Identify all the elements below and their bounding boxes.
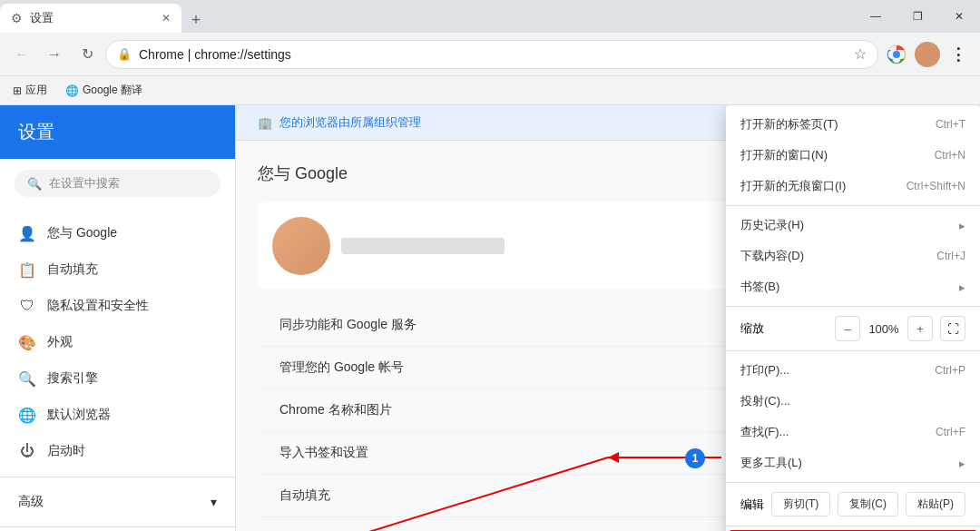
tab-settings-icon: ⚙ (11, 11, 23, 25)
chevron-down-icon: ▾ (211, 495, 217, 509)
cm-divider-4 (726, 482, 980, 483)
sidebar-item-privacy[interactable]: 🛡 隐私设置和安全性 (0, 288, 235, 324)
chrome-icon (886, 44, 907, 65)
sidebar-item-advanced[interactable]: 高级 ▾ (0, 485, 235, 519)
close-button[interactable]: ✕ (938, 0, 980, 33)
minimize-button[interactable]: — (855, 0, 897, 33)
cm-print[interactable]: 打印(P)... Ctrl+P (726, 355, 980, 386)
tab-bar: ⚙ 设置 ✕ + — ❐ ✕ (0, 0, 980, 33)
cm-zoom-buttons: – 100% + ⛶ (835, 316, 965, 341)
cm-copy-button[interactable]: 复制(C) (838, 492, 898, 516)
sidebar-label-autofill: 自动填充 (47, 261, 98, 278)
tab-close-button[interactable]: ✕ (162, 12, 171, 25)
sidebar-item-startup[interactable]: ⏻ 启动时 (0, 433, 235, 469)
cm-incognito[interactable]: 打开新的无痕窗口(I) Ctrl+Shift+N (726, 171, 980, 202)
bookmark-translate[interactable]: 🌐 Google 翻译 (60, 81, 148, 100)
cm-find-shortcut: Ctrl+F (936, 426, 965, 438)
cm-bookmarks-arrow: ▸ (959, 280, 965, 294)
cm-cut-button[interactable]: 剪切(T) (771, 492, 830, 516)
cm-downloads-shortcut: Ctrl+J (936, 250, 965, 262)
cm-cast-label: 投射(C)... (740, 393, 790, 409)
cm-bookmarks-label: 书签(B) (740, 279, 779, 295)
cm-print-shortcut: Ctrl+P (935, 364, 965, 377)
sidebar-label-you-google: 您与 Google (47, 225, 117, 241)
apps-label: 应用 (25, 83, 47, 98)
cm-edit-row: 编辑 剪切(T) 复制(C) 粘贴(P) (726, 487, 980, 522)
badge-1: 1 (685, 448, 705, 468)
cm-print-label: 打印(P)... (740, 362, 789, 379)
sidebar-item-default-browser[interactable]: 🌐 默认浏览器 (0, 397, 235, 433)
cm-zoom-minus-button[interactable]: – (835, 316, 860, 341)
bookmark-apps[interactable]: ⊞ 应用 (7, 81, 53, 100)
cm-history[interactable]: 历史记录(H) ▸ (726, 210, 980, 241)
svg-point-1 (893, 51, 900, 58)
clipboard-icon: 📋 (18, 261, 36, 279)
cm-divider-1 (726, 205, 980, 206)
sidebar-item-autofill[interactable]: 📋 自动填充 (0, 251, 235, 288)
cm-divider-5 (726, 526, 980, 526)
managed-building-icon: 🏢 (258, 116, 272, 130)
menu-button[interactable]: ⋮ (944, 40, 973, 69)
navigation-bar: ← → ↻ 🔒 Chrome | chrome://settings ☆ (0, 33, 980, 76)
bookmarks-bar: ⊞ 应用 🌐 Google 翻译 (0, 76, 980, 105)
cm-paste-button[interactable]: 粘贴(P) (906, 492, 965, 516)
cm-more-tools-label: 更多工具(L) (740, 455, 802, 471)
cm-new-tab-shortcut: Ctrl+T (936, 118, 965, 131)
address-bar[interactable]: 🔒 Chrome | chrome://settings ☆ (105, 40, 878, 69)
palette-icon: 🎨 (18, 333, 36, 351)
cm-incognito-label: 打开新的无痕窗口(I) (740, 178, 846, 194)
sidebar-label-startup: 启动时 (47, 443, 85, 459)
cm-new-tab-label: 打开新的标签页(T) (740, 116, 838, 133)
translate-label: Google 翻译 (83, 83, 142, 98)
cm-more-tools[interactable]: 更多工具(L) ▸ (726, 447, 980, 478)
cm-zoom-value: 100% (867, 322, 900, 336)
cm-downloads-label: 下载内容(D) (740, 248, 804, 264)
cm-downloads[interactable]: 下载内容(D) Ctrl+J (726, 241, 980, 271)
power-icon: ⏻ (18, 442, 36, 460)
address-lock-icon: 🔒 (117, 47, 132, 61)
sidebar-label-appearance: 外观 (47, 334, 73, 350)
cm-more-tools-arrow: ▸ (959, 457, 965, 470)
search-box[interactable]: 🔍 在设置中搜索 (15, 170, 220, 197)
back-button[interactable]: ← (7, 40, 36, 69)
cm-zoom-control: 缩放 – 100% + ⛶ (726, 310, 980, 347)
new-tab-button[interactable]: + (181, 7, 211, 33)
restore-button[interactable]: ❐ (897, 0, 938, 33)
cm-zoom-fullscreen-button[interactable]: ⛶ (940, 316, 965, 341)
profile-avatar[interactable] (915, 42, 940, 67)
cm-bookmarks[interactable]: 书签(B) ▸ (726, 271, 980, 302)
sidebar-title: 设置 (18, 122, 54, 142)
sidebar-label-default-browser: 默认浏览器 (47, 407, 111, 423)
managed-text: 您的浏览器由所属组织管理 (279, 114, 421, 131)
profile-name-placeholder (341, 238, 505, 254)
search-engine-icon: 🔍 (18, 369, 36, 388)
cm-new-window-label: 打开新的窗口(N) (740, 147, 828, 163)
sidebar-label-privacy: 隐私设置和安全性 (47, 298, 149, 314)
cm-zoom-label: 缩放 (740, 320, 764, 337)
profile-image (272, 217, 330, 275)
window-controls: — ❐ ✕ (855, 0, 980, 33)
cm-new-tab[interactable]: 打开新的标签页(T) Ctrl+T (726, 109, 980, 140)
reload-button[interactable]: ↻ (73, 40, 102, 69)
search-icon: 🔍 (27, 177, 42, 191)
cm-cast[interactable]: 投射(C)... (726, 386, 980, 417)
sidebar-item-appearance[interactable]: 🎨 外观 (0, 324, 235, 360)
chrome-apps-button[interactable] (882, 40, 911, 69)
cm-find-label: 查找(F)... (740, 424, 789, 440)
sidebar-item-you-google[interactable]: 👤 您与 Google (0, 215, 235, 251)
sidebar-item-search[interactable]: 🔍 搜索引擎 (0, 360, 235, 397)
active-tab[interactable]: ⚙ 设置 ✕ (0, 4, 181, 33)
cm-incognito-shortcut: Ctrl+Shift+N (906, 180, 965, 192)
cm-new-window[interactable]: 打开新的窗口(N) Ctrl+N (726, 140, 980, 171)
settings-sidebar: 设置 🔍 在设置中搜索 👤 您与 Google 📋 自动填充 🛡 (0, 105, 236, 531)
cm-zoom-plus-button[interactable]: + (907, 316, 933, 341)
tab-title: 设置 (30, 10, 54, 26)
bookmark-star-icon[interactable]: ☆ (854, 45, 867, 63)
search-placeholder: 在设置中搜索 (49, 175, 120, 192)
person-icon: 👤 (18, 224, 36, 242)
shield-icon: 🛡 (18, 297, 36, 315)
cm-history-label: 历史记录(H) (740, 217, 804, 233)
forward-button[interactable]: → (40, 40, 69, 69)
advanced-label: 高级 (18, 494, 44, 510)
cm-find[interactable]: 查找(F)... Ctrl+F (726, 417, 980, 447)
